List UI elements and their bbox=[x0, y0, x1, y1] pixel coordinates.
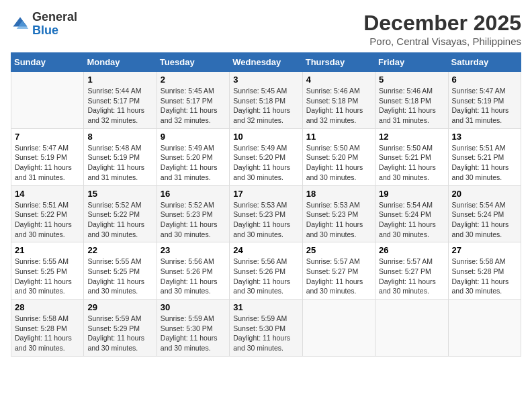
day-number: 1 bbox=[87, 75, 152, 85]
day-detail: Sunrise: 5:57 AM Sunset: 5:27 PM Dayligh… bbox=[306, 257, 371, 296]
day-header-saturday: Saturday bbox=[448, 53, 521, 72]
calendar-cell: 21Sunrise: 5:55 AM Sunset: 5:25 PM Dayli… bbox=[11, 242, 84, 300]
calendar-cell: 23Sunrise: 5:56 AM Sunset: 5:26 PM Dayli… bbox=[157, 242, 229, 300]
calendar-cell: 31Sunrise: 5:59 AM Sunset: 5:30 PM Dayli… bbox=[230, 300, 302, 357]
day-detail: Sunrise: 5:59 AM Sunset: 5:30 PM Dayligh… bbox=[233, 314, 298, 353]
day-number: 17 bbox=[233, 189, 298, 199]
calendar-cell: 19Sunrise: 5:54 AM Sunset: 5:24 PM Dayli… bbox=[375, 185, 448, 242]
day-number: 18 bbox=[306, 189, 371, 199]
calendar-cell: 2Sunrise: 5:45 AM Sunset: 5:17 PM Daylig… bbox=[157, 72, 229, 129]
day-detail: Sunrise: 5:49 AM Sunset: 5:20 PM Dayligh… bbox=[161, 143, 226, 183]
title-block: December 2025 Poro, Central Visayas, Phi… bbox=[363, 11, 521, 47]
calendar-cell: 11Sunrise: 5:50 AM Sunset: 5:20 PM Dayli… bbox=[302, 128, 375, 185]
day-number: 28 bbox=[15, 302, 80, 312]
day-number: 20 bbox=[452, 189, 517, 199]
calendar-cell: 3Sunrise: 5:45 AM Sunset: 5:18 PM Daylig… bbox=[230, 72, 302, 129]
month-title: December 2025 bbox=[363, 11, 521, 36]
day-detail: Sunrise: 5:50 AM Sunset: 5:21 PM Dayligh… bbox=[379, 143, 444, 183]
day-detail: Sunrise: 5:58 AM Sunset: 5:28 PM Dayligh… bbox=[15, 314, 80, 353]
day-detail: Sunrise: 5:59 AM Sunset: 5:29 PM Dayligh… bbox=[87, 314, 152, 353]
day-number: 23 bbox=[161, 245, 226, 255]
day-detail: Sunrise: 5:44 AM Sunset: 5:17 PM Dayligh… bbox=[87, 86, 152, 126]
day-detail: Sunrise: 5:47 AM Sunset: 5:19 PM Dayligh… bbox=[452, 86, 517, 126]
calendar-week-row: 21Sunrise: 5:55 AM Sunset: 5:25 PM Dayli… bbox=[11, 242, 521, 300]
day-number: 15 bbox=[87, 189, 152, 199]
day-detail: Sunrise: 5:52 AM Sunset: 5:23 PM Dayligh… bbox=[161, 200, 226, 240]
day-header-sunday: Sunday bbox=[11, 53, 84, 72]
day-number: 7 bbox=[15, 132, 80, 142]
day-detail: Sunrise: 5:56 AM Sunset: 5:26 PM Dayligh… bbox=[161, 257, 226, 296]
calendar-cell bbox=[302, 300, 375, 357]
location: Poro, Central Visayas, Philippines bbox=[363, 36, 521, 47]
logo: General Blue bbox=[11, 11, 77, 38]
day-number: 29 bbox=[87, 302, 152, 312]
calendar-cell: 24Sunrise: 5:56 AM Sunset: 5:26 PM Dayli… bbox=[230, 242, 302, 300]
day-detail: Sunrise: 5:52 AM Sunset: 5:22 PM Dayligh… bbox=[87, 200, 152, 240]
day-detail: Sunrise: 5:51 AM Sunset: 5:21 PM Dayligh… bbox=[452, 143, 517, 183]
calendar-cell: 12Sunrise: 5:50 AM Sunset: 5:21 PM Dayli… bbox=[375, 128, 448, 185]
calendar-cell: 7Sunrise: 5:47 AM Sunset: 5:19 PM Daylig… bbox=[11, 128, 84, 185]
calendar-cell: 5Sunrise: 5:46 AM Sunset: 5:18 PM Daylig… bbox=[375, 72, 448, 129]
day-detail: Sunrise: 5:47 AM Sunset: 5:19 PM Dayligh… bbox=[15, 143, 80, 183]
calendar-cell: 13Sunrise: 5:51 AM Sunset: 5:21 PM Dayli… bbox=[448, 128, 521, 185]
calendar-cell: 27Sunrise: 5:58 AM Sunset: 5:28 PM Dayli… bbox=[448, 242, 521, 300]
day-detail: Sunrise: 5:51 AM Sunset: 5:22 PM Dayligh… bbox=[15, 200, 80, 240]
calendar-week-row: 1Sunrise: 5:44 AM Sunset: 5:17 PM Daylig… bbox=[11, 72, 521, 129]
day-number: 19 bbox=[379, 189, 444, 199]
calendar-cell bbox=[11, 72, 84, 129]
day-number: 8 bbox=[87, 132, 152, 142]
day-detail: Sunrise: 5:58 AM Sunset: 5:28 PM Dayligh… bbox=[452, 257, 517, 296]
calendar-cell: 1Sunrise: 5:44 AM Sunset: 5:17 PM Daylig… bbox=[84, 72, 157, 129]
day-header-tuesday: Tuesday bbox=[157, 53, 229, 72]
logo-icon bbox=[11, 15, 30, 34]
day-number: 10 bbox=[233, 132, 298, 142]
calendar-cell: 22Sunrise: 5:55 AM Sunset: 5:25 PM Dayli… bbox=[84, 242, 157, 300]
day-number: 4 bbox=[306, 75, 371, 85]
day-detail: Sunrise: 5:50 AM Sunset: 5:20 PM Dayligh… bbox=[306, 143, 371, 183]
day-detail: Sunrise: 5:46 AM Sunset: 5:18 PM Dayligh… bbox=[306, 86, 371, 126]
calendar-cell: 26Sunrise: 5:57 AM Sunset: 5:27 PM Dayli… bbox=[375, 242, 448, 300]
calendar-cell: 9Sunrise: 5:49 AM Sunset: 5:20 PM Daylig… bbox=[157, 128, 229, 185]
calendar-week-row: 14Sunrise: 5:51 AM Sunset: 5:22 PM Dayli… bbox=[11, 185, 521, 242]
day-number: 12 bbox=[379, 132, 444, 142]
day-number: 27 bbox=[452, 245, 517, 255]
logo-general-text: General bbox=[32, 10, 77, 24]
day-number: 5 bbox=[379, 75, 444, 85]
day-detail: Sunrise: 5:55 AM Sunset: 5:25 PM Dayligh… bbox=[15, 257, 80, 296]
day-number: 13 bbox=[452, 132, 517, 142]
day-detail: Sunrise: 5:56 AM Sunset: 5:26 PM Dayligh… bbox=[233, 257, 298, 296]
day-number: 2 bbox=[161, 75, 226, 85]
day-number: 21 bbox=[15, 245, 80, 255]
calendar-cell: 4Sunrise: 5:46 AM Sunset: 5:18 PM Daylig… bbox=[302, 72, 375, 129]
day-detail: Sunrise: 5:54 AM Sunset: 5:24 PM Dayligh… bbox=[379, 200, 444, 240]
day-detail: Sunrise: 5:54 AM Sunset: 5:24 PM Dayligh… bbox=[452, 200, 517, 240]
calendar-cell: 18Sunrise: 5:53 AM Sunset: 5:23 PM Dayli… bbox=[302, 185, 375, 242]
logo-blue-text: Blue bbox=[32, 24, 58, 37]
day-detail: Sunrise: 5:45 AM Sunset: 5:17 PM Dayligh… bbox=[161, 86, 226, 126]
calendar-cell bbox=[448, 300, 521, 357]
calendar-cell: 29Sunrise: 5:59 AM Sunset: 5:29 PM Dayli… bbox=[84, 300, 157, 357]
day-header-friday: Friday bbox=[375, 53, 448, 72]
day-detail: Sunrise: 5:55 AM Sunset: 5:25 PM Dayligh… bbox=[87, 257, 152, 296]
day-number: 31 bbox=[233, 302, 298, 312]
day-number: 26 bbox=[379, 245, 444, 255]
day-number: 25 bbox=[306, 245, 371, 255]
day-number: 14 bbox=[15, 189, 80, 199]
day-number: 24 bbox=[233, 245, 298, 255]
day-header-thursday: Thursday bbox=[302, 53, 375, 72]
day-detail: Sunrise: 5:48 AM Sunset: 5:19 PM Dayligh… bbox=[87, 143, 152, 183]
calendar-cell: 8Sunrise: 5:48 AM Sunset: 5:19 PM Daylig… bbox=[84, 128, 157, 185]
day-header-wednesday: Wednesday bbox=[230, 53, 302, 72]
day-detail: Sunrise: 5:49 AM Sunset: 5:20 PM Dayligh… bbox=[233, 143, 298, 183]
day-detail: Sunrise: 5:45 AM Sunset: 5:18 PM Dayligh… bbox=[233, 86, 298, 126]
calendar-table: SundayMondayTuesdayWednesdayThursdayFrid… bbox=[11, 52, 521, 357]
calendar-cell: 10Sunrise: 5:49 AM Sunset: 5:20 PM Dayli… bbox=[230, 128, 302, 185]
day-detail: Sunrise: 5:46 AM Sunset: 5:18 PM Dayligh… bbox=[379, 86, 444, 126]
day-number: 3 bbox=[233, 75, 298, 85]
calendar-header-row: SundayMondayTuesdayWednesdayThursdayFrid… bbox=[11, 53, 521, 72]
calendar-week-row: 7Sunrise: 5:47 AM Sunset: 5:19 PM Daylig… bbox=[11, 128, 521, 185]
calendar-cell: 14Sunrise: 5:51 AM Sunset: 5:22 PM Dayli… bbox=[11, 185, 84, 242]
calendar-week-row: 28Sunrise: 5:58 AM Sunset: 5:28 PM Dayli… bbox=[11, 300, 521, 357]
day-detail: Sunrise: 5:59 AM Sunset: 5:30 PM Dayligh… bbox=[161, 314, 226, 353]
day-number: 6 bbox=[452, 75, 517, 85]
